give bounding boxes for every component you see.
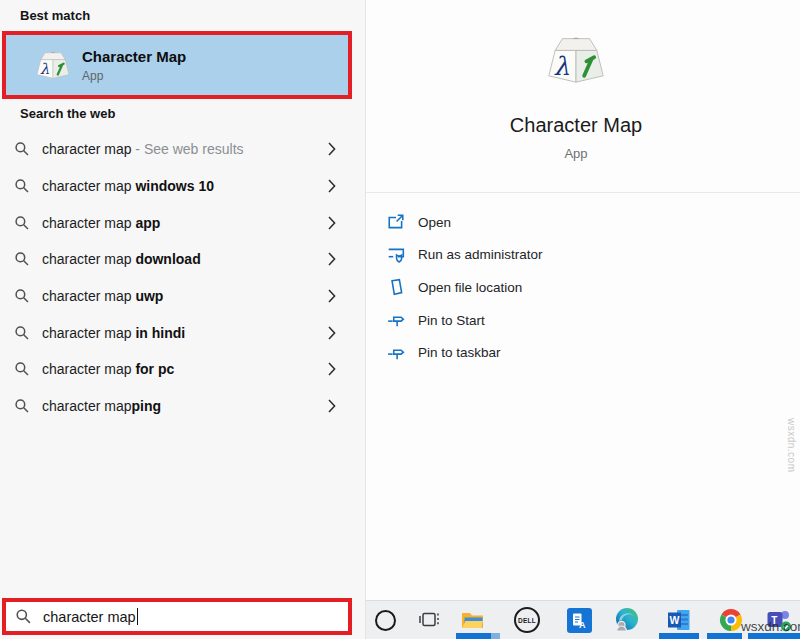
- best-match-result-character-map[interactable]: Character Map App: [2, 31, 352, 99]
- action-pin-to-taskbar[interactable]: Pin to taskbar: [387, 336, 543, 369]
- word-icon: W: [666, 607, 692, 633]
- search-web-header: Search the web: [20, 106, 115, 121]
- suggestion-download[interactable]: character map download: [0, 241, 366, 278]
- chevron-right-icon[interactable]: [328, 142, 336, 156]
- chevron-right-icon[interactable]: [328, 179, 336, 193]
- chevron-right-icon[interactable]: [328, 399, 336, 413]
- edge-browser-button[interactable]: [614, 607, 640, 633]
- file-explorer-button[interactable]: [459, 607, 485, 633]
- search-icon: [14, 215, 30, 231]
- edge-icon: [614, 607, 640, 633]
- task-view-icon: [417, 608, 441, 632]
- taskbar-indicator: [707, 633, 742, 639]
- suggestion-uwp[interactable]: character map uwp: [0, 278, 366, 315]
- search-icon: [14, 251, 30, 267]
- taskbar-indicator: [456, 633, 500, 639]
- suggestion-windows-10[interactable]: character map windows 10: [0, 168, 366, 205]
- dell-icon: DELL: [514, 607, 540, 633]
- suggestion-in-hindi[interactable]: character map in hindi: [0, 314, 366, 351]
- cortana-button[interactable]: [372, 607, 398, 633]
- chevron-right-icon[interactable]: [328, 289, 336, 303]
- app-actions-list: Open Run as administrator Open file loca…: [387, 206, 543, 369]
- dell-app-button[interactable]: DELL: [514, 607, 540, 633]
- search-input-value: character map: [43, 609, 136, 625]
- admin-shield-icon: [387, 246, 405, 264]
- chevron-right-icon[interactable]: [328, 252, 336, 266]
- app-details-panel: Character Map App Open: [366, 0, 800, 600]
- chevron-right-icon[interactable]: [328, 362, 336, 376]
- suggestion-mapping[interactable]: character mapping: [0, 388, 366, 425]
- svg-text:W: W: [669, 614, 679, 626]
- action-run-as-administrator[interactable]: Run as administrator: [387, 239, 543, 272]
- app-title: Character Map: [366, 114, 786, 137]
- watermark-vertical: wsxdn.com: [786, 418, 797, 473]
- search-icon: [15, 608, 32, 625]
- chevron-right-icon[interactable]: [328, 326, 336, 340]
- watermark: wsxdn.com: [741, 619, 800, 634]
- search-icon: [14, 178, 30, 194]
- search-icon: [14, 141, 30, 157]
- action-open-file-location[interactable]: Open file location: [387, 271, 543, 304]
- task-view-button[interactable]: [416, 607, 442, 633]
- search-icon: [14, 361, 30, 377]
- action-open[interactable]: Open: [387, 206, 543, 239]
- action-pin-to-start[interactable]: Pin to Start: [387, 304, 543, 337]
- document-app-icon: A: [567, 608, 592, 633]
- document-app-button[interactable]: A: [566, 607, 592, 633]
- web-suggestions-list: character map - See web results characte…: [0, 131, 366, 425]
- search-icon: [14, 398, 30, 414]
- character-map-app-icon: [36, 49, 70, 81]
- windows-search-screen: λ Best match Character Map App Search th…: [0, 0, 800, 639]
- best-match-subtitle: App: [82, 69, 186, 83]
- suggestion-app[interactable]: character map app: [0, 204, 366, 241]
- app-subtitle: App: [366, 146, 786, 161]
- pin-icon: [387, 344, 405, 362]
- svg-text:A: A: [579, 619, 586, 629]
- file-explorer-icon: [460, 608, 485, 632]
- best-match-header: Best match: [20, 8, 90, 23]
- search-icon: [14, 325, 30, 341]
- pin-icon: [387, 311, 405, 329]
- cortana-icon: [375, 610, 396, 631]
- taskbar-search-input[interactable]: character map: [2, 598, 352, 635]
- chevron-right-icon[interactable]: [328, 216, 336, 230]
- word-button[interactable]: W: [666, 607, 692, 633]
- text-caret: [137, 608, 138, 625]
- suggestion-for-pc[interactable]: character map for pc: [0, 351, 366, 388]
- character-map-app-icon-large: [547, 33, 605, 86]
- best-match-title: Character Map: [82, 48, 186, 66]
- divider: [366, 192, 800, 193]
- open-icon: [387, 213, 405, 231]
- taskbar-indicator: [659, 633, 699, 639]
- suggestion-see-web-results[interactable]: character map - See web results: [0, 131, 366, 168]
- search-results-panel: Best match Character Map App Search the …: [0, 0, 366, 639]
- search-icon: [14, 288, 30, 304]
- file-location-icon: [387, 278, 405, 296]
